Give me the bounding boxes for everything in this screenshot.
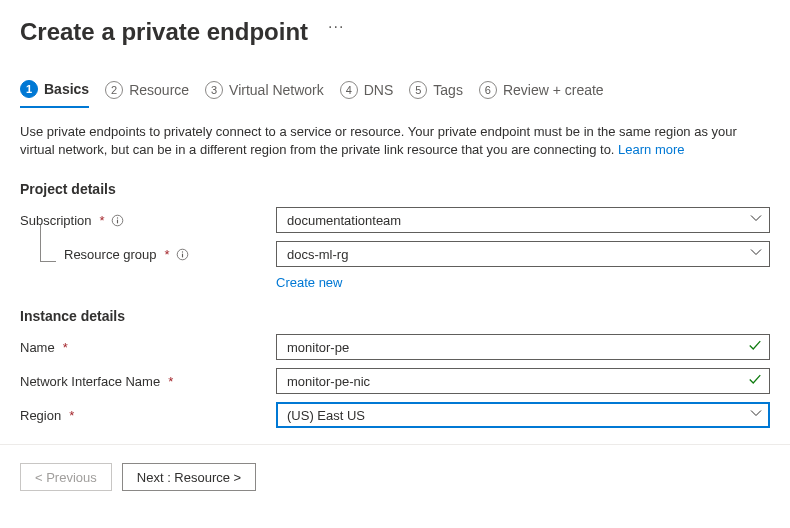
info-icon[interactable]: [176, 248, 189, 261]
svg-rect-5: [181, 251, 182, 252]
required-asterisk: *: [69, 408, 74, 423]
more-actions-button[interactable]: ···: [328, 18, 344, 36]
label-text: Resource group: [64, 247, 157, 262]
learn-more-link[interactable]: Learn more: [618, 142, 684, 157]
subscription-select[interactable]: documentationteam: [276, 207, 770, 233]
tab-label: Basics: [44, 81, 89, 97]
tab-step-number: 6: [479, 81, 497, 99]
previous-button[interactable]: < Previous: [20, 463, 112, 491]
nic-name-input[interactable]: [276, 368, 770, 394]
label-text: Network Interface Name: [20, 374, 160, 389]
name-input-wrap: [276, 334, 770, 360]
subscription-row: Subscription * documentationteam: [0, 203, 790, 237]
required-asterisk: *: [165, 247, 170, 262]
tab-label: Tags: [433, 82, 463, 98]
svg-rect-1: [117, 220, 118, 224]
tab-step-number: 2: [105, 81, 123, 99]
region-row: Region * (US) East US: [0, 398, 790, 432]
svg-rect-4: [181, 254, 182, 258]
page-header: Create a private endpoint ···: [0, 0, 790, 52]
project-details-heading: Project details: [0, 163, 790, 203]
instance-details-heading: Instance details: [0, 290, 790, 330]
name-label: Name *: [20, 340, 276, 355]
tab-description: Use private endpoints to privately conne…: [0, 109, 790, 163]
required-asterisk: *: [63, 340, 68, 355]
resource-group-select-wrap: docs-ml-rg: [276, 241, 770, 267]
wizard-tabs: 1 Basics 2 Resource 3 Virtual Network 4 …: [0, 52, 790, 109]
tab-tags[interactable]: 5 Tags: [409, 80, 463, 108]
name-input[interactable]: [276, 334, 770, 360]
tab-dns[interactable]: 4 DNS: [340, 80, 394, 108]
tab-label: Review + create: [503, 82, 604, 98]
region-label: Region *: [20, 408, 276, 423]
nic-name-row: Network Interface Name *: [0, 364, 790, 398]
tab-label: Resource: [129, 82, 189, 98]
tab-label: DNS: [364, 82, 394, 98]
tab-step-number: 1: [20, 80, 38, 98]
next-button[interactable]: Next : Resource >: [122, 463, 256, 491]
info-icon[interactable]: [111, 214, 124, 227]
footer-actions: < Previous Next : Resource >: [0, 445, 790, 509]
tab-label: Virtual Network: [229, 82, 324, 98]
tab-step-number: 4: [340, 81, 358, 99]
nic-name-label: Network Interface Name *: [20, 374, 276, 389]
create-new-wrap: Create new: [0, 271, 790, 290]
svg-rect-2: [117, 217, 118, 218]
region-select-wrap: (US) East US: [276, 402, 770, 428]
tab-basics[interactable]: 1 Basics: [20, 80, 89, 108]
label-text: Subscription: [20, 213, 92, 228]
page-root: Create a private endpoint ··· 1 Basics 2…: [0, 0, 790, 528]
tab-step-number: 3: [205, 81, 223, 99]
resource-group-label: Resource group *: [20, 247, 276, 262]
subscription-select-wrap: documentationteam: [276, 207, 770, 233]
subscription-label: Subscription *: [20, 213, 276, 228]
region-select[interactable]: (US) East US: [276, 402, 770, 428]
tab-review-create[interactable]: 6 Review + create: [479, 80, 604, 108]
required-asterisk: *: [100, 213, 105, 228]
page-title: Create a private endpoint: [20, 18, 308, 46]
tab-resource[interactable]: 2 Resource: [105, 80, 189, 108]
resource-group-row: Resource group * docs-ml-rg: [0, 237, 790, 271]
label-text: Region: [20, 408, 61, 423]
resource-group-select[interactable]: docs-ml-rg: [276, 241, 770, 267]
tab-virtual-network[interactable]: 3 Virtual Network: [205, 80, 324, 108]
nic-name-input-wrap: [276, 368, 770, 394]
tab-step-number: 5: [409, 81, 427, 99]
name-row: Name *: [0, 330, 790, 364]
create-new-resource-group-link[interactable]: Create new: [276, 275, 342, 290]
label-text: Name: [20, 340, 55, 355]
required-asterisk: *: [168, 374, 173, 389]
